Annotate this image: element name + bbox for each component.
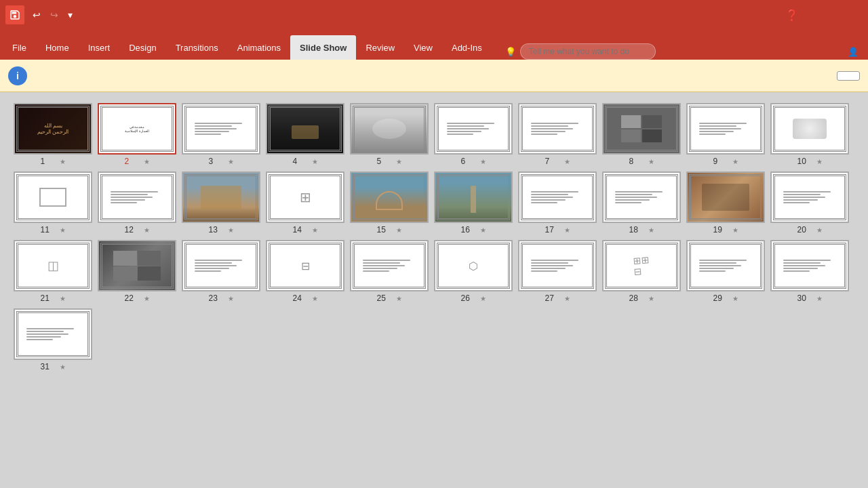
slide-item[interactable]: 6★ [434, 103, 513, 166]
enable-editing-button[interactable] [837, 71, 860, 81]
slide-item[interactable]: ⬡26★ [434, 240, 513, 303]
slide-thumbnail[interactable]: ◫ [14, 240, 92, 291]
slide-item[interactable]: 4★ [266, 103, 344, 166]
slide-thumbnail[interactable] [770, 171, 849, 223]
tab-review[interactable]: Review [356, 35, 404, 60]
slide-thumbnail[interactable] [518, 240, 597, 291]
slide-star-icon[interactable]: ★ [144, 158, 150, 165]
slide-item[interactable]: 13★ [182, 171, 260, 235]
slide-star-icon[interactable]: ★ [60, 363, 66, 371]
slide-item[interactable]: ⊟24★ [266, 240, 344, 303]
slide-thumbnail[interactable] [602, 103, 681, 155]
slide-thumbnail[interactable] [686, 240, 765, 291]
slide-star-icon[interactable]: ★ [312, 295, 318, 302]
slide-thumbnail[interactable] [434, 171, 513, 223]
slide-thumbnail[interactable] [770, 103, 849, 155]
slide-star-icon[interactable]: ★ [732, 226, 738, 234]
slide-star-icon[interactable]: ★ [228, 226, 234, 234]
slide-star-icon[interactable]: ★ [228, 295, 234, 302]
undo-button[interactable]: ↩ [28, 7, 45, 23]
slide-star-icon[interactable]: ★ [228, 158, 234, 165]
slide-item[interactable]: 12★ [98, 171, 176, 235]
slide-item[interactable]: 11★ [14, 171, 92, 235]
slide-thumbnail[interactable] [350, 240, 429, 291]
slide-thumbnail[interactable] [686, 103, 765, 155]
tab-home[interactable]: Home [36, 35, 79, 60]
slide-item[interactable]: 8★ [602, 103, 681, 166]
slide-star-icon[interactable]: ★ [60, 226, 66, 234]
slide-thumbnail[interactable] [182, 171, 260, 223]
slide-star-icon[interactable]: ★ [648, 295, 654, 302]
slide-star-icon[interactable]: ★ [144, 295, 150, 302]
slide-item[interactable]: 23★ [182, 240, 260, 303]
slide-item[interactable]: 5★ [350, 103, 429, 166]
slide-item[interactable]: 9★ [686, 103, 765, 166]
slide-item[interactable]: 10★ [770, 103, 849, 166]
customize-button[interactable]: ▾ [64, 7, 77, 23]
slide-star-icon[interactable]: ★ [60, 158, 66, 165]
slide-item[interactable]: ⊞14★ [266, 171, 344, 235]
slide-star-icon[interactable]: ★ [396, 295, 402, 302]
slide-item[interactable]: 16★ [434, 171, 513, 235]
slide-thumbnail[interactable] [182, 240, 260, 291]
slide-star-icon[interactable]: ★ [816, 295, 823, 302]
slide-star-icon[interactable]: ★ [564, 226, 570, 234]
save-button[interactable] [5, 5, 24, 24]
slide-star-icon[interactable]: ★ [144, 226, 150, 234]
tab-view[interactable]: View [404, 35, 442, 60]
tab-insert[interactable]: Insert [79, 35, 120, 60]
slide-star-icon[interactable]: ★ [480, 158, 486, 165]
maximize-button[interactable] [823, 5, 842, 24]
slide-item[interactable]: 17★ [518, 171, 597, 235]
slide-thumbnail[interactable]: ⊞ [266, 171, 344, 223]
slide-thumbnail[interactable]: بسم اللهالرحمن الرحيم [14, 103, 92, 155]
slide-star-icon[interactable]: ★ [60, 295, 66, 302]
help-icon[interactable]: ❓ [783, 5, 802, 24]
slide-star-icon[interactable]: ★ [732, 295, 738, 302]
slide-thumbnail[interactable] [14, 171, 92, 223]
slide-star-icon[interactable]: ★ [396, 158, 402, 165]
slide-star-icon[interactable]: ★ [480, 295, 486, 302]
minimize-button[interactable] [803, 5, 822, 24]
redo-button[interactable]: ↪ [46, 7, 62, 23]
slide-thumbnail[interactable] [686, 171, 765, 223]
slide-item[interactable]: 20★ [770, 171, 849, 235]
slide-item[interactable]: 22★ [98, 240, 176, 303]
slide-thumbnail[interactable] [98, 171, 176, 223]
slide-item[interactable]: 3★ [182, 103, 260, 166]
slide-thumbnail[interactable]: مقدمة فيالعمارة الإسلامية [98, 103, 176, 155]
slide-thumbnail[interactable] [350, 171, 429, 223]
slide-thumbnail[interactable] [350, 103, 429, 155]
slide-thumbnail[interactable] [14, 308, 92, 360]
slide-star-icon[interactable]: ★ [480, 226, 486, 234]
slide-thumbnail[interactable] [98, 240, 176, 291]
tab-transitions[interactable]: Transitions [166, 35, 228, 60]
slide-star-icon[interactable]: ★ [816, 226, 823, 234]
tell-me-input[interactable] [520, 43, 656, 60]
slide-star-icon[interactable]: ★ [312, 158, 318, 165]
slide-item[interactable]: ⊞⊞⊟28★ [602, 240, 681, 303]
tab-addins[interactable]: Add-Ins [442, 35, 492, 60]
slide-item[interactable]: مقدمة فيالعمارة الإسلامية2★ [98, 103, 176, 166]
slide-item[interactable]: 19★ [686, 171, 765, 235]
slide-star-icon[interactable]: ★ [648, 158, 654, 165]
slide-star-icon[interactable]: ★ [648, 226, 654, 234]
slide-thumbnail[interactable] [266, 103, 344, 155]
slide-thumbnail[interactable]: ⬡ [434, 240, 513, 291]
slide-star-icon[interactable]: ★ [312, 226, 318, 234]
slide-thumbnail[interactable] [518, 171, 597, 223]
slide-thumbnail[interactable] [518, 103, 597, 155]
slide-thumbnail[interactable] [770, 240, 849, 291]
slide-item[interactable]: 18★ [602, 171, 681, 235]
tab-animations[interactable]: Animations [228, 35, 290, 60]
slide-star-icon[interactable]: ★ [816, 158, 823, 165]
slide-item[interactable]: 25★ [350, 240, 429, 303]
tab-design[interactable]: Design [119, 35, 165, 60]
close-button[interactable] [844, 5, 863, 24]
tab-file[interactable]: File [3, 35, 36, 60]
slide-star-icon[interactable]: ★ [564, 295, 570, 302]
slide-star-icon[interactable]: ★ [564, 158, 570, 165]
slide-item[interactable]: 30★ [770, 240, 849, 303]
slide-item[interactable]: 29★ [686, 240, 765, 303]
slide-item[interactable]: 27★ [518, 240, 597, 303]
